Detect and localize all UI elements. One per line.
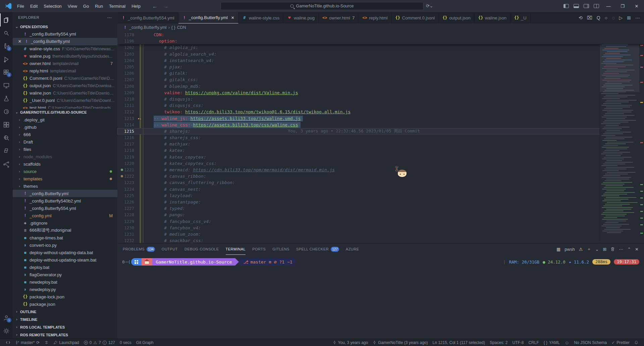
panel-tab-terminal[interactable]: TERMINAL [226, 243, 246, 255]
tree-file--config-yml[interactable]: !_config.ymlM [13, 212, 117, 219]
code-line-1224[interactable]: 1224 # canvas_nest: [117, 186, 644, 192]
menu-item-help[interactable]: Help [128, 3, 144, 10]
editor-tab-output-json[interactable]: {}output.json [439, 12, 475, 23]
tree-folder-themes[interactable]: ›themes [13, 182, 117, 190]
code-line-1221[interactable]: 1221 # mermaid: https://cdn.bili33.top/n… [117, 167, 644, 173]
editor-tab--config-Butterfly-yml[interactable]: !_config.Butterfly.yml✕ [178, 12, 238, 23]
code-line-1212[interactable]: 1212 twikoo: https://cdn.bili33.top/npm/… [117, 109, 644, 115]
editor-tab-waline-json[interactable]: {}waline.json [475, 12, 511, 23]
toggle-sidebar-icon[interactable] [564, 4, 569, 8]
activity-web-search-icon[interactable] [0, 131, 13, 144]
open-editor-item[interactable]: <>test.htmlC:\Users\GamerNoTitle\Downloa… [13, 104, 117, 109]
code-line-1229[interactable]: 1229 # fancybox_css_v4: [117, 218, 644, 224]
activity-search-icon[interactable] [0, 26, 13, 40]
code-line-1214[interactable]: 1214·· waline_css:·https://assets.bili33… [117, 122, 644, 128]
tree-folder-files[interactable]: ›files [13, 146, 117, 153]
status-bell[interactable] [632, 339, 641, 346]
activity-testing-icon[interactable] [0, 92, 13, 105]
tree-folder--deploy-git[interactable]: ›.deploy_git [13, 116, 117, 123]
open-editor-item[interactable]: {}_User.0.jsonlC:\Users\GamerNoTitle\Dow… [13, 97, 117, 104]
code-line-1205[interactable]: 1205 # pjax: [117, 64, 644, 70]
section-ros-remote-templates[interactable]: ›ROS REMOTE TEMPLATES [13, 331, 117, 339]
code-line-1232[interactable]: 1232 # snackbar_css: [117, 237, 644, 243]
tree-file-convert-ico-py[interactable]: ◗convert-ico.py [13, 241, 117, 249]
close-tab-icon[interactable]: ✕ [231, 15, 234, 20]
tree-file-flagGenerator-py[interactable]: ◗flagGenerator.py [13, 271, 117, 278]
open-editor-item[interactable]: {}Comment.0.jsonlC:\Users\GamerNoTitle\D… [13, 75, 117, 82]
status-remote[interactable] [3, 339, 13, 346]
menu-item-view[interactable]: View [65, 3, 80, 10]
tree-folder-templates[interactable]: ›templates [13, 175, 117, 182]
toggle-panel-icon[interactable] [574, 4, 579, 8]
terminal-dropdown-icon[interactable]: ⌄ [595, 247, 599, 252]
status-no-json-schema[interactable]: No JSON Schema [572, 339, 609, 346]
tree-folder-Draft[interactable]: ›Draft [13, 138, 117, 146]
menu-item-terminal[interactable]: Terminal [106, 3, 128, 10]
status-launchpad[interactable]: Launchpad [51, 339, 81, 346]
tree-file-deploy-bat[interactable]: ◼deploy.bat [13, 264, 117, 271]
editor-tab-waline-style-css[interactable]: #waline-style.css [238, 12, 283, 23]
window-close-button[interactable]: ✕ [632, 4, 641, 9]
status-prettier[interactable]: ✓Prettier [609, 339, 632, 346]
menu-item-go[interactable]: Go [80, 3, 92, 10]
editor-tab--config-Butterfly554-yml[interactable]: !_config.Butterfly554.yml [117, 12, 178, 23]
code-line-1218[interactable]: 1218 # katex: [117, 147, 644, 154]
code-line-1227[interactable]: 1227 # typed: [117, 205, 644, 212]
close-editor-icon[interactable]: ✕ [17, 39, 22, 44]
run-icon[interactable]: ▷ [619, 15, 623, 20]
editor-tab-reply-html[interactable]: <>reply.html [359, 12, 391, 23]
tree-file-newdeploy-bat[interactable]: ◼newdeploy.bat [13, 278, 117, 286]
activity-gitlens-icon[interactable] [0, 105, 13, 118]
tree-file--config-Butterfly540b2-yml[interactable]: !_config.Butterfly540b2.yml [13, 197, 117, 205]
menu-item-edit[interactable]: Edit [27, 3, 41, 10]
code-line-1226[interactable]: 1226 # instantpage: [117, 199, 644, 205]
status-smiley[interactable]: ☺ [562, 339, 572, 346]
split-editor-icon[interactable]: ⊞ [627, 15, 631, 20]
open-editor-item[interactable]: {}output.jsonC:\Users\GamerNoTitle\Downl… [13, 82, 117, 90]
code-line-1217[interactable]: 1217 # mathjax: [117, 141, 644, 147]
section-ros-local-templates[interactable]: ›ROS LOCAL TEMPLATES [13, 323, 117, 331]
menu-item-file[interactable]: File [14, 3, 27, 10]
nav-forward-icon[interactable]: → [163, 3, 168, 9]
window-restore-button[interactable]: ❐ [618, 4, 627, 9]
breadcrumb-file[interactable]: _config.Butterfly.yml [129, 25, 167, 30]
activity-run-debug-icon[interactable] [0, 53, 13, 66]
code-line-1220[interactable]: 1220 # katex_copytex_css: [117, 160, 644, 167]
open-editors-header[interactable]: ⌄ OPEN EDITORS [13, 23, 117, 31]
code-line-1213[interactable]: 1213·· waline_js:·https://assets.bili33.… [117, 115, 644, 121]
code-line-1204[interactable]: 1204 # instantsearch_v4: [117, 57, 644, 64]
code-line-1223[interactable]: 1223 # canvas_fluttering_ribbon: [117, 179, 644, 186]
activity-docker-icon[interactable] [0, 118, 13, 131]
tree-file-change-times-bat[interactable]: ◼change-times.bat [13, 234, 117, 241]
activity-network-icon[interactable] [0, 157, 13, 170]
tree-file-package-json[interactable]: {}package.json [13, 300, 117, 308]
status-you-3-years-ago[interactable]: You, 3 years ago [330, 339, 371, 346]
tree-folder-source[interactable]: ›source [13, 168, 117, 175]
editor-pane[interactable]: 1178CDN:1196 option: 1202 # algolia_js:1… [117, 32, 644, 243]
tree-file--gitignore[interactable]: ◆.gitignore [13, 219, 117, 227]
circle-next-icon[interactable]: ◌ [612, 15, 614, 20]
panel-tab-gitlens[interactable]: GITLENS [272, 243, 289, 255]
code-line-1209[interactable]: 1209 valine: https://unpkg.com/valine/di… [117, 90, 644, 96]
activity-extensions-icon[interactable]: 1 [0, 66, 13, 79]
tree-file-newdeploy-py[interactable]: ◗newdeploy.py [13, 286, 117, 293]
copilot-sparkle-icon[interactable]: ✦✦ [138, 116, 141, 121]
open-editor-item[interactable]: {}waline.jsonC:\Users\GamerNoTitle\Downl… [13, 90, 117, 97]
activity-settings-icon[interactable] [0, 324, 13, 337]
code-line-1202[interactable]: 1202 # algolia_js: [117, 44, 644, 51]
window-minimize-button[interactable]: — [604, 4, 613, 9]
open-editor-item[interactable]: <>reply.htmltemplates\mail [13, 67, 117, 75]
tree-folder-666[interactable]: ›666 [13, 131, 117, 138]
circle-icon[interactable]: ○ [605, 15, 607, 20]
keyboard-icon[interactable]: ⌧ [587, 15, 592, 20]
code-line-1228[interactable]: 1228 # pangu: [117, 212, 644, 218]
code-line-1208[interactable]: 1208 # blueimp_md5: [117, 83, 644, 90]
explorer-more-actions-icon[interactable]: ⋯ [107, 15, 112, 20]
tree-file--config-Butterfly554-yml[interactable]: !_config.Butterfly554.yml [13, 205, 117, 212]
panel-tab-problems[interactable]: PROBLEMS134 [123, 243, 155, 255]
terminal-columns-icon[interactable]: ▦ [556, 247, 560, 252]
menu-item-selection[interactable]: Selection [41, 3, 64, 10]
close-panel-icon[interactable]: ✕ [635, 247, 639, 252]
menu-item-run[interactable]: Run [92, 3, 106, 10]
tree-folder--github[interactable]: ›.github [13, 123, 117, 131]
